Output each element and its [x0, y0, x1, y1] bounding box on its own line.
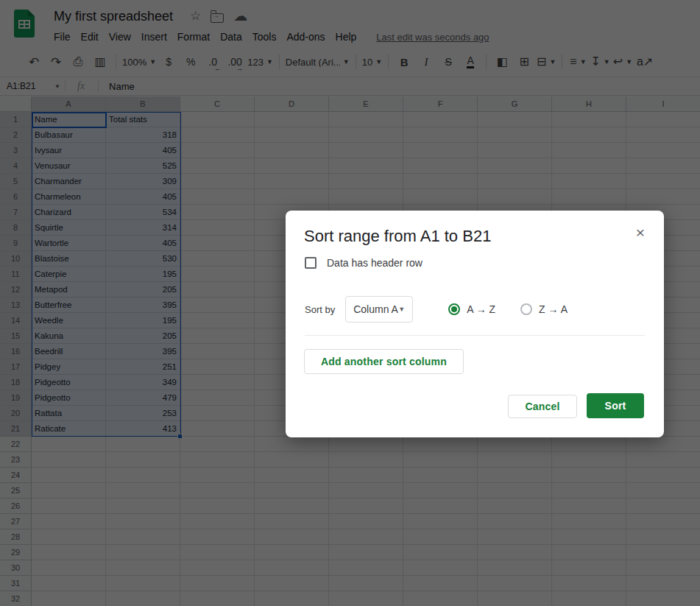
close-icon[interactable]: × [630, 222, 651, 243]
sort-button[interactable]: Sort [587, 393, 644, 418]
header-row-checkbox-label: Data has header row [327, 257, 423, 269]
order-desc-option[interactable]: Z → A [520, 303, 568, 315]
dialog-title: Sort range from A1 to B21 [304, 227, 491, 246]
add-sort-column-button[interactable]: Add another sort column [304, 349, 464, 374]
order-asc-label: A → Z [467, 303, 495, 315]
sort-by-label: Sort by [305, 304, 335, 315]
google-sheets-window: My first spreadsheet ☆ → ☁✓ FileEditView… [0, 0, 700, 606]
dialog-divider [305, 335, 645, 336]
sort-order-options: A → Z Z → A [448, 303, 568, 315]
chevron-down-icon: ▼ [398, 306, 405, 313]
header-row-option: Data has header row [305, 257, 423, 269]
order-asc-option[interactable]: A → Z [448, 303, 495, 315]
header-row-checkbox[interactable] [305, 257, 317, 269]
sort-by-row: Sort by Column A ▼ A → Z Z → A [305, 296, 568, 323]
order-desc-radio[interactable] [520, 303, 532, 315]
order-asc-radio[interactable] [448, 303, 460, 315]
order-desc-label: Z → A [539, 303, 568, 315]
cancel-button[interactable]: Cancel [508, 395, 577, 418]
sort-column-select[interactable]: Column A ▼ [345, 296, 413, 323]
sort-range-dialog: Sort range from A1 to B21 × Data has hea… [286, 211, 664, 437]
sort-column-value: Column A [353, 303, 398, 315]
